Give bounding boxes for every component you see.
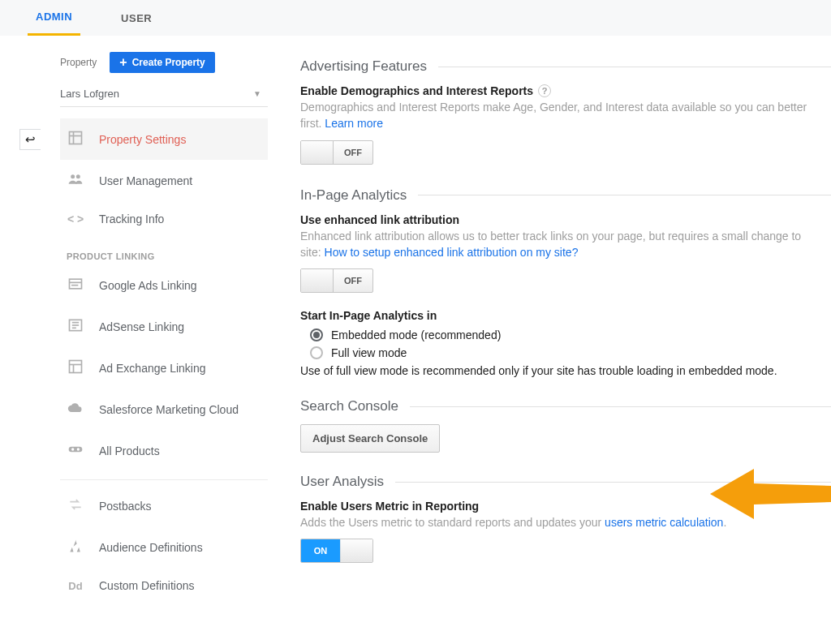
demographics-toggle[interactable]: OFF <box>300 140 373 165</box>
divider <box>438 67 831 67</box>
sidebar-item-all-products[interactable]: All Products <box>60 430 268 471</box>
google-ads-icon <box>67 276 84 294</box>
users-metric-calc-link[interactable]: users metric calculation <box>605 516 723 529</box>
sidebar-item-custom-definitions[interactable]: Dd Custom Definitions <box>60 568 268 603</box>
divider <box>418 195 831 195</box>
code-icon: < > <box>67 213 84 225</box>
sidebar-item-google-ads[interactable]: Google Ads Linking <box>60 264 268 306</box>
toggle-state: OFF <box>334 269 372 292</box>
custom-definitions-icon: Dd <box>67 580 84 592</box>
radio-icon <box>310 346 323 359</box>
radio-label: Full view mode <box>331 346 407 359</box>
chevron-down-icon: ▼ <box>253 89 261 98</box>
sidebar-item-label: Salesforce Marketing Cloud <box>99 403 239 416</box>
sidebar-item-audience-definitions[interactable]: Audience Definitions <box>60 526 268 568</box>
adsense-icon <box>67 317 84 336</box>
sidebar-item-label: Postbacks <box>99 500 152 513</box>
property-settings-icon <box>67 130 84 148</box>
sidebar-item-label: Audience Definitions <box>99 541 203 554</box>
setting-label: Start In-Page Analytics in <box>300 309 437 322</box>
sidebar-item-label: Custom Definitions <box>99 579 195 592</box>
users-icon <box>67 171 84 190</box>
setting-label: Use enhanced link attribution <box>300 213 459 226</box>
enhanced-link-attribution-link[interactable]: How to setup enhanced link attribution o… <box>325 246 579 259</box>
sidebar-item-tracking-info[interactable]: < > Tracking Info <box>60 201 268 237</box>
sidebar-item-user-management[interactable]: User Management <box>60 160 268 201</box>
learn-more-link[interactable]: Learn more <box>325 117 383 130</box>
audience-icon <box>67 538 84 556</box>
create-property-label: Create Property <box>132 57 205 68</box>
plus-icon: + <box>119 58 127 67</box>
svg-rect-0 <box>70 132 82 144</box>
sidebar-item-sfmc[interactable]: Salesforce Marketing Cloud <box>60 389 268 430</box>
section-user-analysis: User Analysis Enable Users Metric in Rep… <box>300 474 831 563</box>
sidebar: Property + Create Property Lars Lofgren … <box>41 36 268 616</box>
toggle-state: ON <box>301 539 340 562</box>
svg-point-16 <box>71 448 74 450</box>
radio-full-view-mode[interactable]: Full view mode <box>310 346 831 359</box>
adjust-search-console-button[interactable]: Adjust Search Console <box>300 424 440 453</box>
divider <box>395 482 831 483</box>
tab-admin[interactable]: ADMIN <box>28 0 80 36</box>
sidebar-item-label: Google Ads Linking <box>99 279 197 292</box>
sidebar-section-product-linking: PRODUCT LINKING <box>60 237 268 264</box>
setting-note: Use of full view mode is recommended onl… <box>300 364 831 377</box>
content-area: Advertising Features Enable Demographics… <box>268 36 831 616</box>
sidebar-item-label: All Products <box>99 444 160 457</box>
sidebar-item-label: AdSense Linking <box>99 320 184 333</box>
section-advertising-features: Advertising Features Enable Demographics… <box>300 58 831 166</box>
link-icon <box>67 441 84 460</box>
sidebar-property-label: Property <box>60 57 97 68</box>
enhanced-link-toggle[interactable]: OFF <box>300 268 373 293</box>
section-search-console: Search Console Adjust Search Console <box>300 398 831 453</box>
radio-icon <box>310 328 323 341</box>
sidebar-item-adsense[interactable]: AdSense Linking <box>60 306 268 347</box>
admin-tabbar: ADMIN USER <box>0 0 831 36</box>
radio-embedded-mode[interactable]: Embedded mode (recommended) <box>310 328 831 341</box>
sidebar-item-label: Ad Exchange Linking <box>99 362 206 375</box>
users-metric-toggle[interactable]: ON <box>300 539 373 563</box>
back-arrow-icon: ↩ <box>25 132 36 147</box>
toggle-state: OFF <box>334 141 372 164</box>
help-icon[interactable]: ? <box>538 84 551 97</box>
sidebar-item-label: Tracking Info <box>99 213 164 225</box>
back-button[interactable]: ↩ <box>19 129 41 150</box>
section-heading: User Analysis <box>300 474 384 490</box>
sidebar-item-postbacks[interactable]: Postbacks <box>60 485 268 526</box>
toggle-knob <box>301 141 334 164</box>
svg-point-17 <box>77 448 80 450</box>
create-property-button[interactable]: + Create Property <box>110 52 214 73</box>
sidebar-item-label: Property Settings <box>99 133 186 146</box>
ad-exchange-icon <box>67 358 84 377</box>
section-heading: Advertising Features <box>300 58 427 75</box>
sidebar-item-property-settings[interactable]: Property Settings <box>60 118 268 160</box>
section-inpage-analytics: In-Page Analytics Use enhanced link attr… <box>300 187 831 378</box>
toggle-knob <box>301 269 334 292</box>
setting-help: Enhanced link attribution allows us to b… <box>300 228 831 261</box>
cloud-icon <box>67 400 84 419</box>
section-heading: Search Console <box>300 398 398 414</box>
setting-label: Enable Users Metric in Reporting <box>300 500 479 513</box>
section-heading: In-Page Analytics <box>300 187 407 204</box>
setting-help: Adds the Users metric to standard report… <box>300 514 831 530</box>
svg-point-3 <box>71 174 75 178</box>
postbacks-icon <box>67 496 84 515</box>
svg-rect-12 <box>70 361 82 373</box>
svg-point-4 <box>76 174 80 178</box>
svg-rect-5 <box>70 279 82 289</box>
tab-user[interactable]: USER <box>113 0 160 36</box>
setting-label: Enable Demographics and Interest Reports <box>300 84 533 97</box>
inpage-mode-radio-group: Embedded mode (recommended) Full view mo… <box>310 328 831 359</box>
sidebar-item-label: User Management <box>99 174 192 187</box>
sidebar-divider <box>60 479 268 480</box>
svg-rect-15 <box>69 447 83 453</box>
divider <box>410 406 831 407</box>
toggle-knob <box>340 539 372 562</box>
property-selector-value: Lars Lofgren <box>60 88 119 100</box>
setting-help: Demographics and Interest Reports make A… <box>300 99 831 132</box>
property-selector[interactable]: Lars Lofgren ▼ <box>60 84 268 107</box>
sidebar-item-ad-exchange[interactable]: Ad Exchange Linking <box>60 347 268 389</box>
radio-label: Embedded mode (recommended) <box>331 328 501 341</box>
